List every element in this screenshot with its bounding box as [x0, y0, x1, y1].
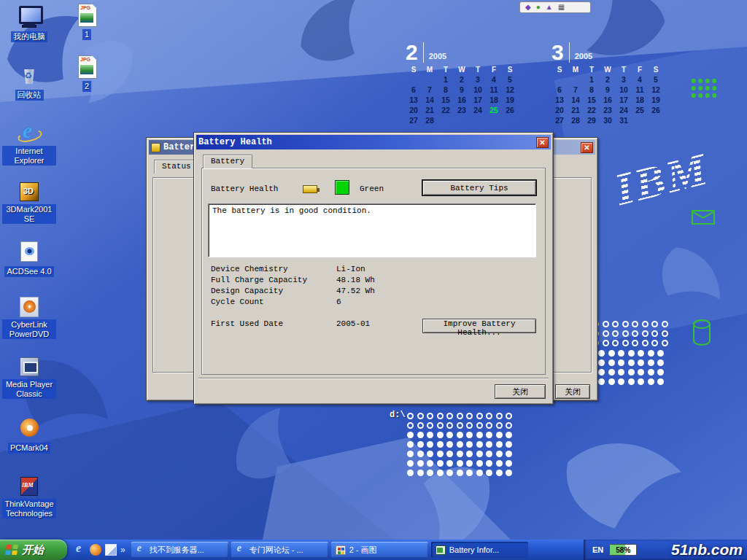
show-desktop-icon[interactable] [105, 544, 117, 556]
start-label: 开始 [22, 543, 44, 557]
calendar-year: 2005 [429, 52, 446, 63]
taskbar-task[interactable]: 专门网论坛 - ... [231, 542, 328, 558]
desktop-icon-recycle[interactable]: 回收站 [1, 64, 57, 101]
chevron-right-icon[interactable]: » [120, 545, 125, 555]
dialog-fields: Device ChemistryLi-IonFull Charge Capaci… [211, 265, 536, 308]
dot-icon[interactable]: ● [536, 2, 541, 12]
language-indicator[interactable]: EN [592, 545, 603, 554]
close-button-bg[interactable]: 关闭 [555, 384, 590, 399]
battery-meter[interactable]: 58% [609, 544, 637, 556]
launcher-bar[interactable]: ◆●▲▦ [519, 1, 591, 13]
taskbar-task[interactable]: 2 - 画图 [331, 542, 428, 558]
taskbar-task[interactable]: 找不到服务器... [131, 542, 228, 558]
windows-logo-icon [5, 545, 18, 555]
desktop-icon-pcmark[interactable]: PCMark04 [1, 417, 57, 454]
desktop-icon-label: ACDSee 4.0 [4, 266, 53, 277]
desktop-icon-label: Internet Explorer [2, 146, 56, 166]
desktop: IBM ◆●▲▦ d:\ 22005SMTWTFS123456789101112… [0, 0, 747, 560]
envelope-icon [692, 210, 715, 225]
desktop-icon-jpg-2[interactable]: JPG2 [71, 55, 102, 92]
close-button[interactable]: 关闭 [495, 384, 546, 399]
first-used-row: First Used Date 2005-01 [211, 319, 414, 330]
dot-grid-right-hollow [591, 319, 670, 348]
desktop-icon-thinkvantage[interactable]: ThinkVantage Technologies [1, 475, 57, 519]
desktop-icon-label: CyberLink PowerDVD [2, 319, 56, 339]
field-value: 47.52 Wh [336, 287, 375, 298]
jpg-file-icon: JPG [74, 55, 99, 77]
desktop-icon-computer[interactable]: 我的电脑 [1, 6, 57, 42]
task-label: Battery Infor... [449, 545, 499, 554]
battery-meter-text: 58% [610, 545, 636, 555]
battery-cylinder-icon [693, 319, 711, 346]
jpg-file-icon: JPG [74, 4, 99, 26]
desktop-icon-3dmark[interactable]: 3DMark2001 SE [1, 181, 57, 225]
dialog-field-row: Device ChemistryLi-Ion [211, 265, 536, 276]
desktop-icon-label: PCMark04 [8, 443, 50, 454]
battery-icon [436, 545, 446, 555]
keypad-icon [690, 77, 718, 99]
field-value: 48.18 Wh [336, 276, 375, 287]
field-label: Full Charge Capacity [211, 276, 336, 287]
dialog-separator [198, 378, 549, 379]
taskbar: 开始 » 找不到服务器...专门网论坛 - ...2 - 画图Battery I… [0, 540, 747, 560]
pcmark-icon [17, 417, 42, 439]
desktop-icon-jpg-1[interactable]: JPG1 [71, 4, 102, 40]
condition-textbox[interactable]: The battery is in good condition. [208, 203, 536, 257]
dialog-titlebar[interactable]: Battery Health ✕ [196, 135, 551, 149]
drive-label: d:\ [390, 410, 406, 420]
watermark: 51nb.com [671, 541, 743, 559]
recycle-icon [17, 64, 42, 86]
task-buttons: 找不到服务器...专门网论坛 - ...2 - 画图Battery Infor.… [131, 540, 528, 560]
close-icon[interactable]: ✕ [536, 137, 549, 148]
first-used-value: 2005-01 [336, 319, 370, 330]
dialog-field-row: Design Capacity47.52 Wh [211, 287, 536, 298]
battery-tips-button[interactable]: Battery Tips [422, 180, 536, 195]
calendar-month-3: 32005SMTWTFS1234567891011121314151617181… [551, 41, 670, 125]
jpg-badge: JPG [80, 57, 90, 62]
improve-battery-health-button[interactable]: Improve Battery Health... [422, 319, 536, 333]
tab-battery[interactable]: Battery [203, 155, 252, 168]
ie-icon [136, 545, 146, 555]
ie-icon[interactable] [74, 544, 86, 556]
desktop-icon-label: Media Player Classic [2, 379, 56, 399]
diamond-icon[interactable]: ◆ [525, 2, 531, 12]
tab-status[interactable]: Status [154, 160, 199, 174]
start-button[interactable]: 开始 [0, 540, 67, 560]
dialog-field-row: Full Charge Capacity48.18 Wh [211, 276, 536, 287]
grid-icon[interactable]: ▦ [558, 2, 565, 12]
acdsee-icon [17, 241, 42, 262]
taskbar-task[interactable]: Battery Infor... [431, 542, 528, 558]
triangle-icon[interactable]: ▲ [546, 2, 553, 12]
3dmark-icon [17, 181, 42, 203]
field-value: 6 [336, 298, 341, 308]
calendar-month-number: 2 [406, 42, 424, 63]
field-label: Device Chemistry [211, 265, 336, 276]
calendar-year: 2005 [575, 52, 592, 63]
close-icon[interactable]: ✕ [581, 142, 593, 153]
dialog-title: Battery Health [198, 137, 533, 147]
calendar-month-2: 22005SMTWTFS1234567891011121314151617181… [406, 41, 524, 125]
desktop-icon-powerdvd[interactable]: CyberLink PowerDVD [1, 296, 57, 340]
desktop-icon-label: 我的电脑 [11, 31, 47, 42]
mpc-icon [17, 356, 42, 378]
desktop-icon-label: 回收站 [15, 90, 44, 101]
desktop-icon-acdsee[interactable]: ACDSee 4.0 [1, 241, 57, 277]
task-label: 2 - 画图 [349, 545, 377, 556]
battery-tab-panel: Battery Health Green Battery Tips The ba… [201, 168, 546, 375]
desktop-icon-mpc[interactable]: Media Player Classic [1, 356, 57, 400]
jpg-badge: JPG [80, 5, 90, 10]
quick-launch: » [67, 540, 131, 560]
desktop-icons: 我的电脑回收站Internet Explorer3DMark2001 SEACD… [0, 0, 66, 540]
health-value: Green [360, 184, 384, 193]
thinkvantage-icon [17, 475, 42, 497]
task-label: 专门网论坛 - ... [249, 545, 303, 556]
health-status-swatch [335, 180, 349, 195]
desktop-icon-label: 1 [82, 29, 91, 40]
battery-app-icon [151, 143, 160, 152]
dot-grid-right-filled [597, 349, 666, 386]
ie-icon [17, 122, 42, 144]
battery-icon [303, 185, 317, 193]
desktop-icon-label: 2 [82, 81, 91, 92]
desktop-icon-ie[interactable]: Internet Explorer [1, 122, 57, 166]
media-player-icon[interactable] [90, 544, 101, 556]
